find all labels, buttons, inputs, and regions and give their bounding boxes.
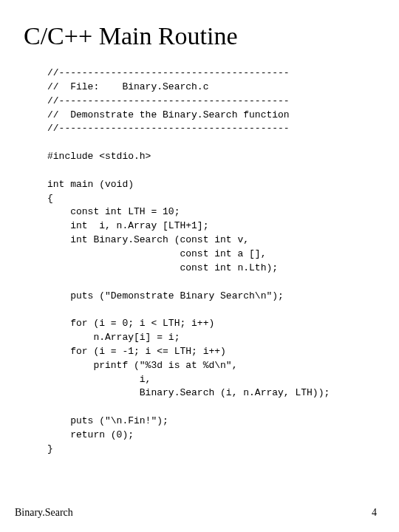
footer-left: Binary.Search: [15, 507, 73, 519]
slide-title: C/C++ Main Routine: [24, 22, 377, 50]
footer-page-number: 4: [372, 507, 377, 519]
footer: Binary.Search 4: [15, 507, 377, 519]
code-block: //--------------------------------------…: [47, 66, 377, 457]
